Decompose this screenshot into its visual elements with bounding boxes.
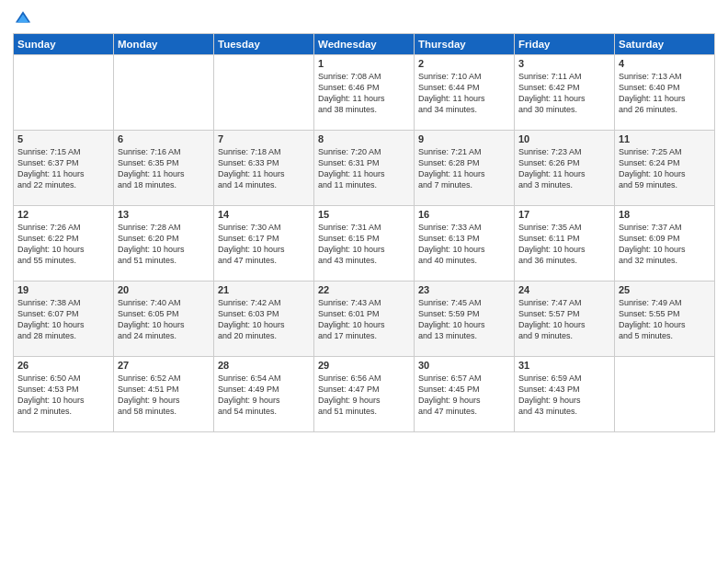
day-number: 15 [318, 209, 410, 220]
calendar-cell: 30Sunrise: 6:57 AM Sunset: 4:45 PM Dayli… [415, 357, 515, 432]
day-number: 19 [17, 284, 109, 295]
day-number: 3 [518, 58, 610, 69]
day-number: 21 [218, 284, 310, 295]
day-info: Sunrise: 7:11 AM Sunset: 6:42 PM Dayligh… [518, 71, 610, 116]
weekday-header-row: SundayMondayTuesdayWednesdayThursdayFrid… [14, 34, 715, 55]
calendar-cell: 18Sunrise: 7:37 AM Sunset: 6:09 PM Dayli… [615, 206, 715, 282]
calendar-cell: 21Sunrise: 7:42 AM Sunset: 6:03 PM Dayli… [214, 282, 314, 357]
calendar-cell: 3Sunrise: 7:11 AM Sunset: 6:42 PM Daylig… [515, 55, 615, 131]
day-info: Sunrise: 6:50 AM Sunset: 4:53 PM Dayligh… [17, 373, 109, 418]
day-number: 20 [118, 284, 210, 295]
weekday-header-friday: Friday [515, 34, 615, 55]
calendar-cell: 20Sunrise: 7:40 AM Sunset: 6:05 PM Dayli… [114, 282, 214, 357]
day-info: Sunrise: 7:38 AM Sunset: 6:07 PM Dayligh… [17, 297, 109, 342]
page: SundayMondayTuesdayWednesdayThursdayFrid… [0, 0, 728, 563]
day-number: 25 [619, 284, 711, 295]
day-info: Sunrise: 7:15 AM Sunset: 6:37 PM Dayligh… [17, 146, 109, 191]
day-number: 9 [418, 133, 510, 144]
calendar-cell: 7Sunrise: 7:18 AM Sunset: 6:33 PM Daylig… [214, 131, 314, 206]
week-row-5: 26Sunrise: 6:50 AM Sunset: 4:53 PM Dayli… [14, 357, 715, 432]
day-info: Sunrise: 7:20 AM Sunset: 6:31 PM Dayligh… [318, 146, 410, 191]
calendar-cell: 5Sunrise: 7:15 AM Sunset: 6:37 PM Daylig… [14, 131, 114, 206]
day-number: 24 [518, 284, 610, 295]
day-info: Sunrise: 7:40 AM Sunset: 6:05 PM Dayligh… [118, 297, 210, 342]
day-info: Sunrise: 7:31 AM Sunset: 6:15 PM Dayligh… [318, 222, 410, 267]
calendar-cell: 15Sunrise: 7:31 AM Sunset: 6:15 PM Dayli… [314, 206, 415, 282]
day-number: 14 [218, 209, 310, 220]
weekday-header-saturday: Saturday [615, 34, 715, 55]
calendar-cell: 19Sunrise: 7:38 AM Sunset: 6:07 PM Dayli… [14, 282, 114, 357]
calendar-cell: 1Sunrise: 7:08 AM Sunset: 6:46 PM Daylig… [314, 55, 415, 131]
day-number: 31 [518, 360, 610, 371]
day-number: 26 [17, 360, 109, 371]
day-number: 30 [418, 360, 510, 371]
day-number: 28 [218, 360, 310, 371]
day-number: 1 [318, 58, 410, 69]
calendar-cell: 29Sunrise: 6:56 AM Sunset: 4:47 PM Dayli… [314, 357, 415, 432]
calendar-cell: 4Sunrise: 7:13 AM Sunset: 6:40 PM Daylig… [615, 55, 715, 131]
day-number: 22 [318, 284, 410, 295]
day-info: Sunrise: 7:13 AM Sunset: 6:40 PM Dayligh… [619, 71, 711, 116]
day-info: Sunrise: 7:30 AM Sunset: 6:17 PM Dayligh… [218, 222, 310, 267]
calendar-cell: 22Sunrise: 7:43 AM Sunset: 6:01 PM Dayli… [314, 282, 415, 357]
calendar-cell [14, 55, 114, 131]
day-info: Sunrise: 7:47 AM Sunset: 5:57 PM Dayligh… [518, 297, 610, 342]
day-number: 11 [619, 133, 711, 144]
day-number: 8 [318, 133, 410, 144]
day-number: 10 [518, 133, 610, 144]
weekday-header-tuesday: Tuesday [214, 34, 314, 55]
day-info: Sunrise: 7:08 AM Sunset: 6:46 PM Dayligh… [318, 71, 410, 116]
logo [13, 9, 31, 26]
day-info: Sunrise: 6:56 AM Sunset: 4:47 PM Dayligh… [318, 373, 410, 418]
day-info: Sunrise: 7:35 AM Sunset: 6:11 PM Dayligh… [518, 222, 610, 267]
calendar-cell: 11Sunrise: 7:25 AM Sunset: 6:24 PM Dayli… [615, 131, 715, 206]
day-number: 29 [318, 360, 410, 371]
week-row-2: 5Sunrise: 7:15 AM Sunset: 6:37 PM Daylig… [14, 131, 715, 206]
day-number: 4 [619, 58, 711, 69]
calendar-cell: 2Sunrise: 7:10 AM Sunset: 6:44 PM Daylig… [415, 55, 515, 131]
day-info: Sunrise: 7:23 AM Sunset: 6:26 PM Dayligh… [518, 146, 610, 191]
calendar-table: SundayMondayTuesdayWednesdayThursdayFrid… [13, 33, 715, 432]
calendar-cell [214, 55, 314, 131]
day-number: 18 [619, 209, 711, 220]
day-number: 2 [418, 58, 510, 69]
week-row-4: 19Sunrise: 7:38 AM Sunset: 6:07 PM Dayli… [14, 282, 715, 357]
calendar-cell: 17Sunrise: 7:35 AM Sunset: 6:11 PM Dayli… [515, 206, 615, 282]
day-info: Sunrise: 7:42 AM Sunset: 6:03 PM Dayligh… [218, 297, 310, 342]
day-number: 16 [418, 209, 510, 220]
day-number: 13 [118, 209, 210, 220]
calendar-cell: 8Sunrise: 7:20 AM Sunset: 6:31 PM Daylig… [314, 131, 415, 206]
weekday-header-monday: Monday [114, 34, 214, 55]
day-number: 23 [418, 284, 510, 295]
header [13, 9, 715, 26]
day-info: Sunrise: 7:25 AM Sunset: 6:24 PM Dayligh… [619, 146, 711, 191]
day-info: Sunrise: 6:52 AM Sunset: 4:51 PM Dayligh… [118, 373, 210, 418]
day-info: Sunrise: 7:49 AM Sunset: 5:55 PM Dayligh… [619, 297, 711, 342]
day-info: Sunrise: 7:33 AM Sunset: 6:13 PM Dayligh… [418, 222, 510, 267]
calendar-cell: 28Sunrise: 6:54 AM Sunset: 4:49 PM Dayli… [214, 357, 314, 432]
day-number: 17 [518, 209, 610, 220]
calendar-cell: 9Sunrise: 7:21 AM Sunset: 6:28 PM Daylig… [415, 131, 515, 206]
calendar-cell: 12Sunrise: 7:26 AM Sunset: 6:22 PM Dayli… [14, 206, 114, 282]
weekday-header-wednesday: Wednesday [314, 34, 415, 55]
calendar-cell: 14Sunrise: 7:30 AM Sunset: 6:17 PM Dayli… [214, 206, 314, 282]
day-number: 5 [17, 133, 109, 144]
day-info: Sunrise: 6:59 AM Sunset: 4:43 PM Dayligh… [518, 373, 610, 418]
day-info: Sunrise: 7:16 AM Sunset: 6:35 PM Dayligh… [118, 146, 210, 191]
calendar-cell: 27Sunrise: 6:52 AM Sunset: 4:51 PM Dayli… [114, 357, 214, 432]
calendar-cell [114, 55, 214, 131]
day-info: Sunrise: 7:43 AM Sunset: 6:01 PM Dayligh… [318, 297, 410, 342]
day-info: Sunrise: 7:37 AM Sunset: 6:09 PM Dayligh… [619, 222, 711, 267]
calendar-cell: 10Sunrise: 7:23 AM Sunset: 6:26 PM Dayli… [515, 131, 615, 206]
calendar-cell: 6Sunrise: 7:16 AM Sunset: 6:35 PM Daylig… [114, 131, 214, 206]
calendar-cell: 13Sunrise: 7:28 AM Sunset: 6:20 PM Dayli… [114, 206, 214, 282]
day-info: Sunrise: 7:10 AM Sunset: 6:44 PM Dayligh… [418, 71, 510, 116]
day-info: Sunrise: 6:54 AM Sunset: 4:49 PM Dayligh… [218, 373, 310, 418]
day-number: 6 [118, 133, 210, 144]
weekday-header-sunday: Sunday [14, 34, 114, 55]
day-info: Sunrise: 7:45 AM Sunset: 5:59 PM Dayligh… [418, 297, 510, 342]
day-info: Sunrise: 7:21 AM Sunset: 6:28 PM Dayligh… [418, 146, 510, 191]
week-row-3: 12Sunrise: 7:26 AM Sunset: 6:22 PM Dayli… [14, 206, 715, 282]
calendar-cell: 23Sunrise: 7:45 AM Sunset: 5:59 PM Dayli… [415, 282, 515, 357]
weekday-header-thursday: Thursday [415, 34, 515, 55]
